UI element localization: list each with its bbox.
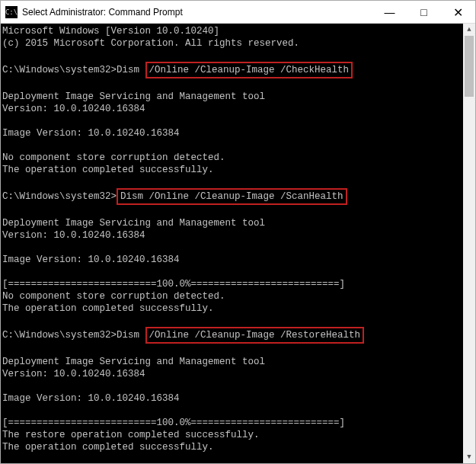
- highlight-checkhealth: /Online /Cleanup-Image /CheckHealth: [145, 62, 353, 78]
- terminal-area: Microsoft Windows [Version 10.0.10240](c…: [1, 24, 475, 463]
- cmd-icon: C:\: [5, 6, 18, 18]
- no-corruption-line: No component store corruption detected.: [2, 290, 462, 302]
- version-line: Version: 10.0.10240.16384: [2, 103, 462, 115]
- success-line: The operation completed successfully.: [2, 441, 462, 453]
- prompt: C:\Windows\system32>: [2, 65, 117, 75]
- image-version-line: Image Version: 10.0.10240.16384: [2, 254, 462, 266]
- scroll-thumb[interactable]: [465, 36, 474, 97]
- prompt: C:\Windows\system32>: [2, 330, 117, 341]
- scroll-up-button[interactable]: ▲: [463, 24, 475, 36]
- version-line: Version: 10.0.10240.16384: [2, 229, 462, 242]
- dism-word: Dism: [117, 65, 145, 75]
- maximize-button[interactable]: □: [407, 1, 441, 24]
- close-button[interactable]: ✕: [441, 1, 475, 24]
- restore-success-line: The restore operation completed successf…: [2, 429, 462, 441]
- cmd-line-3: C:\Windows\system32>Dism /Online /Cleanu…: [2, 327, 462, 344]
- highlight-restorehealth: /Online /Cleanup-Image /RestoreHealth: [145, 327, 365, 344]
- tool-line: Deployment Image Servicing and Managemen…: [2, 91, 462, 103]
- cmd-line-1: C:\Windows\system32>Dism /Online /Cleanu…: [2, 62, 462, 78]
- image-version-line: Image Version: 10.0.10240.16384: [2, 127, 462, 139]
- version-line: Version: 10.0.10240.16384: [2, 368, 462, 380]
- cmd-line-2: C:\Windows\system32>Dism /Online /Cleanu…: [2, 188, 462, 205]
- vertical-scrollbar[interactable]: ▲ ▼: [463, 24, 475, 463]
- progress-line: [==========================100.0%=======…: [2, 278, 462, 290]
- command-prompt-window: C:\ Select Administrator: Command Prompt…: [0, 0, 476, 464]
- image-version-line: Image Version: 10.0.10240.16384: [2, 392, 462, 405]
- tool-line: Deployment Image Servicing and Managemen…: [2, 217, 462, 229]
- no-corruption-line: No component store corruption detected.: [2, 152, 462, 164]
- success-line: The operation completed successfully.: [2, 302, 462, 315]
- prompt: C:\Windows\system32>: [2, 191, 117, 202]
- window-title: Select Administrator: Command Prompt: [22, 7, 372, 18]
- terminal-output[interactable]: Microsoft Windows [Version 10.0.10240](c…: [1, 24, 463, 463]
- dism-word: Dism: [117, 330, 145, 341]
- highlight-scanhealth: Dism /Online /Cleanup-Image /ScanHealth: [117, 188, 347, 205]
- tool-line: Deployment Image Servicing and Managemen…: [2, 356, 462, 368]
- scroll-down-button[interactable]: ▼: [463, 451, 475, 463]
- success-line: The operation completed successfully.: [2, 164, 462, 176]
- titlebar[interactable]: C:\ Select Administrator: Command Prompt…: [1, 1, 475, 24]
- minimize-button[interactable]: —: [372, 1, 407, 24]
- progress-line: [==========================100.0%=======…: [2, 417, 462, 429]
- window-controls: — □ ✕: [372, 1, 475, 23]
- os-header: Microsoft Windows [Version 10.0.10240]: [2, 25, 462, 37]
- copyright-line: (c) 2015 Microsoft Corporation. All righ…: [2, 37, 462, 50]
